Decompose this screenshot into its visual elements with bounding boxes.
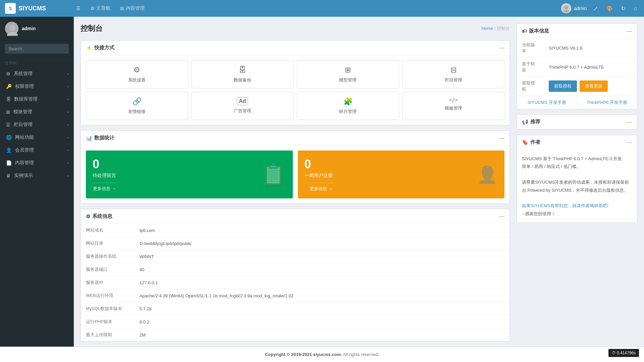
data-stats-card: 📊 数据统计 — 0 待处理留言 更多信息 → — [80, 130, 510, 204]
brand-logo: S — [5, 3, 16, 14]
pending-comments-card[interactable]: 0 待处理留言 更多信息 → 📋 — [86, 150, 293, 198]
brand-name: SIYUCMS — [18, 5, 46, 12]
recommend-collapse-icon[interactable]: — — [627, 119, 632, 125]
siyu-doc-button[interactable]: SIYUCMS 开发手册 — [517, 96, 577, 109]
quick-item-friend-link[interactable]: 🔗 友情链接 — [86, 92, 188, 120]
top-nav-items: ☰ ⚙ 主导航 ⊞ 内容管理 — [72, 3, 554, 14]
recommend-title: 📢 推荐 — [522, 119, 540, 125]
search-input[interactable] — [5, 44, 68, 54]
sysinfo-key: MySQL数据库版本 — [81, 302, 135, 315]
sidebar-label: 会员管理 — [15, 147, 34, 153]
quick-access-collapse-icon[interactable]: — — [499, 45, 504, 51]
avatar — [561, 3, 571, 13]
sysinfo-key: 最大上传限制 — [81, 328, 135, 342]
author-line3: 请尊重SIYUCMS开发者的劳动成果，未授权前请保留前台 Powered by … — [522, 178, 632, 194]
main-layout: admin 🔍 主导航 ⚙ 系统管理 › 🔑 权限管理 › 🗄 — [0, 17, 644, 347]
main-nav-button[interactable]: ⚙ 主导航 — [86, 3, 114, 14]
breadcrumb-home[interactable]: Home — [481, 26, 493, 31]
pending-label: 待处理留言 — [93, 173, 116, 179]
sidebar-label: 网站功能 — [15, 134, 34, 140]
sysinfo-value: 8.0.2 — [135, 315, 509, 328]
quick-item-fragment-mgmt[interactable]: 🧩 碎片管理 — [297, 92, 399, 120]
recommend-header: 📢 推荐 — — [517, 115, 637, 129]
pending-count: 0 — [93, 157, 116, 171]
sidebar-item-module-mgmt[interactable]: ⊞ 模块管理 › — [0, 106, 74, 118]
author-collapse-icon[interactable]: — — [627, 139, 632, 145]
author-link[interactable]: 如果SIYUCMS有帮到您，就请作者喝杯茶吧! — [522, 203, 608, 208]
data-stats-collapse-icon[interactable]: — — [499, 135, 504, 141]
admin-info[interactable]: admin — [561, 3, 587, 13]
weekly-users-card[interactable]: 0 一周用户注册 更多信息 → 👤 — [298, 150, 505, 198]
sidebar-item-column-mgmt[interactable]: ☰ 栏目管理 › — [0, 118, 74, 131]
version-collapse-icon[interactable]: — — [627, 28, 632, 34]
expand-icon[interactable]: ⤢ — [592, 4, 599, 13]
auth-buttons: 获取授权 查看更新 — [549, 80, 632, 92]
sidebar-nav-title: 主导航 — [0, 57, 74, 67]
module-icon: ⊞ — [6, 109, 10, 115]
footer: Copyright © 2019-2021 siyucms.com. All r… — [0, 347, 644, 362]
performance-badge: ⏱ 0.414796s — [608, 349, 639, 357]
table-row: 网站域名tp6.com — [81, 224, 509, 237]
content-mgmt-button[interactable]: ⊞ 内容管理 — [116, 3, 149, 14]
breadcrumb-current: 控制台 — [497, 26, 510, 31]
author-thanks: --感谢您的使用！ — [522, 210, 632, 218]
sidebar-item-auth-mgmt[interactable]: 🔑 权限管理 › — [0, 80, 74, 93]
sidebar-item-system-mgmt[interactable]: ⚙ 系统管理 › — [0, 67, 74, 80]
content-mgmt-label: 内容管理 — [126, 5, 145, 11]
column-icon: ☰ — [6, 122, 10, 127]
tag-icon: 🏷 — [522, 28, 527, 34]
user-icon: 👤 — [6, 147, 12, 153]
quick-item-template-mgmt[interactable]: </> 模板管理 — [402, 92, 505, 120]
quick-item-column-mgmt[interactable]: ⊟ 栏目管理 — [402, 60, 505, 88]
theme-icon[interactable]: 🎨 — [604, 4, 614, 13]
quick-item-model-mgmt[interactable]: ⊞ 模型管理 — [297, 60, 399, 88]
auth-key: 获取授权 — [517, 77, 544, 96]
sidebar-item-demo[interactable]: 🖥 实例演示 › — [0, 169, 74, 182]
data-stats-body: 0 待处理留言 更多信息 → 📋 0 一周用户注册 — [81, 145, 509, 203]
globe-icon: 🌐 — [6, 135, 12, 140]
get-auth-button[interactable]: 获取授权 — [549, 80, 577, 92]
sidebar-item-member-mgmt[interactable]: 👤 会员管理 › — [0, 144, 74, 157]
quick-item-data-backup[interactable]: 🗄 数据备份 — [192, 60, 294, 88]
breadcrumb: Home / 控制台 — [481, 25, 510, 32]
refresh-icon[interactable]: ↻ — [620, 4, 627, 13]
lightning-icon: ⚡ — [86, 45, 92, 51]
toggle-nav-button[interactable]: ☰ — [72, 3, 85, 14]
sidebar-item-db-mgmt[interactable]: 🗄 数据库管理 › — [0, 93, 74, 106]
svg-point-2 — [9, 25, 15, 31]
weekly-more: 更多信息 → — [305, 183, 333, 192]
sidebar: admin 🔍 主导航 ⚙ 系统管理 › 🔑 权限管理 › 🗄 — [0, 17, 74, 347]
quick-item-label: 模型管理 — [339, 77, 357, 83]
quick-item-label: 系统设置 — [128, 77, 146, 83]
author-title: 🔖 作者 — [522, 139, 540, 145]
thinkphp-doc-button[interactable]: ThinkPHP6 开发手册 — [577, 96, 637, 109]
check-update-button[interactable]: 查看更新 — [580, 80, 608, 92]
recommend-card: 📢 推荐 — — [517, 114, 637, 130]
auth-row-table: 获取授权 获取授权 查看更新 — [517, 77, 637, 96]
quick-item-system-settings[interactable]: ⚙ 系统设置 — [86, 60, 188, 88]
right-panel: 🏷 版本信息 — 当前版本 SIYUCMS V6.1.6 基于框架 ThinkP… — [517, 17, 644, 347]
quick-access-grid: ⚙ 系统设置 🗄 数据备份 ⊞ 模型管理 ⊟ — [86, 60, 504, 120]
sysinfo-key: 服务器端口 — [81, 263, 135, 276]
doc-buttons: SIYUCMS 开发手册 ThinkPHP6 开发手册 — [517, 96, 637, 109]
model-icon: ⊞ — [345, 66, 351, 74]
version-info-title: 🏷 版本信息 — [522, 28, 549, 34]
system-info-collapse-icon[interactable]: — — [499, 214, 504, 220]
sysinfo-key: 服务器IP — [81, 276, 135, 289]
search-button[interactable]: 🔍 — [68, 44, 69, 54]
sidebar-search-container: 🔍 — [0, 41, 74, 57]
content-area: 控制台 Home / 控制台 ⚡ 快捷方式 — — [74, 17, 644, 347]
sidebar-label: 栏目管理 — [14, 122, 33, 128]
svg-point-0 — [564, 6, 568, 10]
sidebar-item-content-mgmt[interactable]: 📄 内容管理 › — [0, 157, 74, 169]
weekly-count: 0 — [305, 157, 333, 171]
quick-item-ad-mgmt[interactable]: Ad 广告管理 — [192, 92, 294, 120]
framework-value: ThinkPHP 6.0.7 + AdminLTE — [544, 58, 637, 77]
sysinfo-value: D:/webMy/git.tp6/tp6/public — [135, 237, 509, 250]
version-key: 当前版本 — [517, 39, 544, 58]
stats-grid: 0 待处理留言 更多信息 → 📋 0 一周用户注册 — [86, 150, 504, 198]
chevron-right-icon: › — [67, 84, 69, 88]
sidebar-item-site-func[interactable]: 🌐 网站功能 › — [0, 131, 74, 144]
home-icon[interactable]: ⌂ — [632, 4, 639, 13]
sysinfo-value: tp6.com — [135, 224, 509, 237]
